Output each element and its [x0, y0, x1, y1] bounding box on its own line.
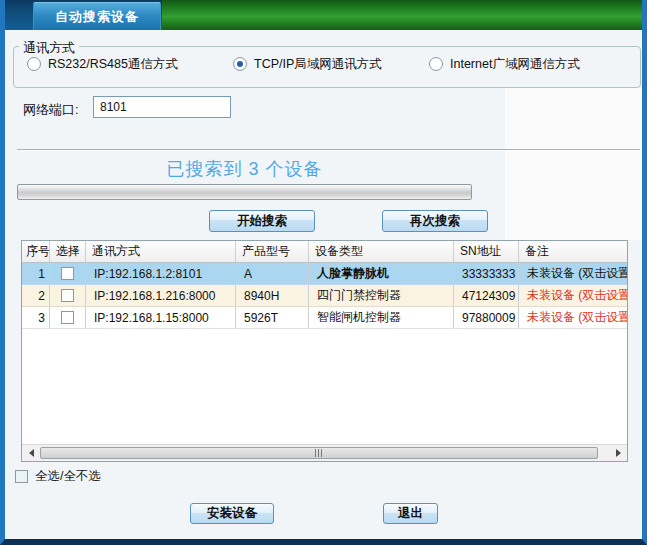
row-model: A	[236, 263, 309, 284]
row-no: 2	[22, 285, 50, 306]
header-type[interactable]: 设备类型	[309, 241, 454, 262]
radio-selected-icon[interactable]	[233, 57, 247, 71]
radio-internet-label: Internet广域网通信方式	[450, 56, 580, 73]
row-sn: 33333333	[454, 263, 519, 284]
horizontal-scrollbar[interactable]	[22, 444, 627, 461]
radio-rs232-label: RS232/RS485通信方式	[48, 56, 178, 73]
row-remark: 未装设备 (双击设置IP	[519, 285, 627, 306]
scroll-right-icon[interactable]	[610, 446, 626, 460]
radio-rs232[interactable]: RS232/RS485通信方式	[27, 57, 178, 71]
header-no[interactable]: 序号	[22, 241, 50, 262]
network-port-label: 网络端口:	[23, 101, 79, 119]
radio-internet[interactable]: Internet广域网通信方式	[429, 57, 580, 71]
auto-search-devices-dialog: 自动搜索设备 通讯方式 RS232/RS485通信方式 TCP/IP局域网通讯方…	[0, 0, 647, 545]
install-device-button[interactable]: 安装设备	[190, 503, 274, 524]
row-select-cell	[50, 263, 86, 284]
header-remark[interactable]: 备注	[519, 241, 627, 262]
search-progress-bar	[17, 184, 472, 200]
table-row[interactable]: 1 IP:192.168.1.2:8101 A 人脸掌静脉机 33333333 …	[22, 263, 627, 285]
row-type: 人脸掌静脉机	[309, 263, 454, 284]
row-no: 3	[22, 307, 50, 328]
row-ip: IP:192.168.1.15:8000	[86, 307, 236, 328]
row-sn: 97880009	[454, 307, 519, 328]
row-ip: IP:192.168.1.216:8000	[86, 285, 236, 306]
section-divider	[17, 149, 640, 151]
title-bar: 自动搜索设备	[0, 0, 647, 30]
select-all-control[interactable]: 全选/全不选	[15, 468, 101, 485]
row-remark: 未装设备 (双击设置IP	[519, 307, 627, 328]
row-select-cell	[50, 285, 86, 306]
radio-tcpip-label: TCP/IP局域网通讯方式	[254, 56, 382, 73]
row-checkbox[interactable]	[61, 289, 74, 302]
row-model: 5926T	[236, 307, 309, 328]
table-header-row: 序号 选择 通讯方式 产品型号 设备类型 SN地址 备注	[22, 241, 627, 263]
radio-circle-icon[interactable]	[27, 57, 41, 71]
device-preview-panel	[505, 88, 645, 240]
header-comm[interactable]: 通讯方式	[86, 241, 236, 262]
tab-auto-search-devices[interactable]: 自动搜索设备	[33, 2, 161, 30]
search-status-text: 已搜索到 3 个设备	[17, 157, 472, 181]
scrollbar-grip-icon	[315, 449, 323, 457]
row-ip: IP:192.168.1.2:8101	[86, 263, 236, 284]
header-model[interactable]: 产品型号	[236, 241, 309, 262]
table-row[interactable]: 3 IP:192.168.1.15:8000 5926T 智能闸机控制器 978…	[22, 307, 627, 329]
comm-mode-group-title: 通讯方式	[19, 39, 79, 57]
row-sn: 47124309	[454, 285, 519, 306]
row-select-cell	[50, 307, 86, 328]
scrollbar-thumb[interactable]	[40, 447, 598, 459]
radio-tcpip[interactable]: TCP/IP局域网通讯方式	[233, 57, 382, 71]
row-model: 8940H	[236, 285, 309, 306]
row-type: 四门门禁控制器	[309, 285, 454, 306]
header-select[interactable]: 选择	[50, 241, 86, 262]
search-again-button[interactable]: 再次搜索	[382, 210, 488, 232]
row-type: 智能闸机控制器	[309, 307, 454, 328]
select-all-label: 全选/全不选	[35, 468, 101, 485]
header-sn[interactable]: SN地址	[454, 241, 519, 262]
device-table: 序号 选择 通讯方式 产品型号 设备类型 SN地址 备注 1 IP:192.16…	[21, 240, 628, 462]
row-checkbox[interactable]	[61, 267, 74, 280]
scroll-left-icon[interactable]	[23, 446, 39, 460]
network-port-input[interactable]	[93, 96, 231, 118]
row-checkbox[interactable]	[61, 311, 74, 324]
exit-button[interactable]: 退出	[383, 503, 438, 524]
select-all-checkbox[interactable]	[15, 470, 28, 483]
row-no: 1	[22, 263, 50, 284]
row-remark: 未装设备 (双击设置IP	[519, 263, 627, 284]
start-search-button[interactable]: 开始搜索	[209, 210, 315, 232]
table-row[interactable]: 2 IP:192.168.1.216:8000 8940H 四门门禁控制器 47…	[22, 285, 627, 307]
radio-circle-icon[interactable]	[429, 57, 443, 71]
